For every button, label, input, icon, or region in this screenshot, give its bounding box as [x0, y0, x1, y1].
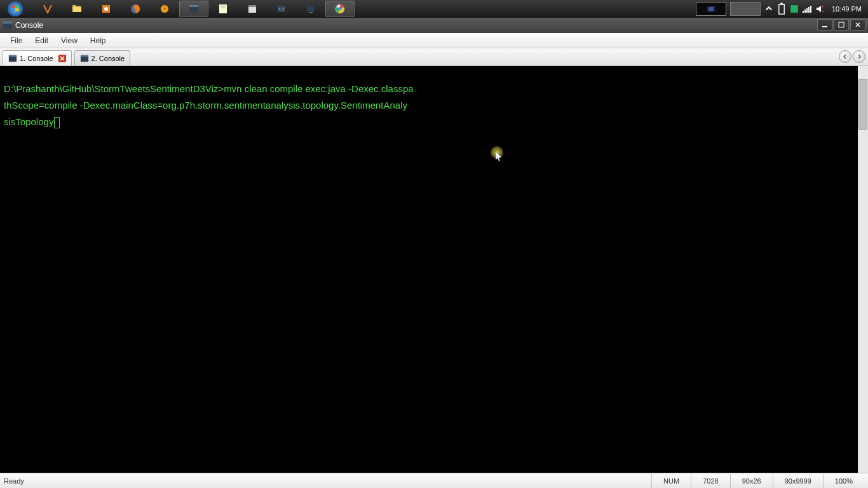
svg-rect-39	[80, 55, 88, 57]
svg-rect-14	[248, 5, 256, 7]
app-icon	[3, 20, 13, 30]
svg-point-16	[279, 8, 281, 10]
svg-rect-27	[803, 11, 804, 13]
taskbar-chrome-icon[interactable]	[325, 1, 355, 17]
svg-rect-31	[810, 6, 811, 13]
svg-rect-37	[9, 55, 17, 57]
start-button[interactable]	[0, 0, 31, 18]
terminal-area: D:\Prashanth\GitHub\StormTweetsSentiment…	[0, 66, 868, 473]
taskbar-explorer-icon[interactable]	[62, 1, 92, 17]
taskbar-app-icon[interactable]	[150, 1, 179, 17]
scrollbar-thumb[interactable]	[858, 79, 867, 130]
svg-rect-23	[709, 7, 714, 11]
window-title: Console	[15, 21, 43, 30]
menu-file[interactable]: File	[4, 35, 29, 46]
menu-edit[interactable]: Edit	[29, 35, 55, 46]
minimize-button[interactable]	[817, 19, 832, 30]
tab-label: 2. Console	[92, 55, 125, 62]
menu-help[interactable]: Help	[84, 35, 112, 46]
svg-rect-2	[72, 5, 76, 7]
svg-rect-33	[3, 22, 12, 24]
svg-rect-34	[822, 26, 827, 27]
taskbar-clock[interactable]: 10:49 PM	[828, 5, 865, 13]
svg-point-4	[104, 7, 108, 11]
vertical-scrollbar[interactable]	[858, 66, 868, 473]
tab-bar: 1. Console 2. Console	[0, 48, 868, 66]
svg-rect-18	[307, 6, 315, 11]
window-titlebar[interactable]: Console	[0, 18, 868, 33]
terminal-cursor	[54, 117, 60, 128]
svg-rect-1	[72, 6, 81, 12]
tab-label: 1. Console	[20, 55, 53, 62]
status-zoom: 100%	[823, 474, 864, 488]
terminal-line: sisTopology	[4, 116, 53, 127]
taskbar-app-icon[interactable]	[33, 1, 62, 17]
svg-rect-12	[220, 8, 226, 8]
menu-bar: File Edit View Help	[0, 33, 868, 48]
tab-console-1[interactable]: 1. Console	[3, 50, 72, 65]
svg-rect-28	[804, 10, 806, 13]
svg-rect-9	[189, 5, 198, 7]
tray-icon[interactable]	[790, 4, 799, 13]
taskbar-firefox-icon[interactable]	[121, 1, 150, 17]
terminal-line: D:\Prashanth\GitHub\StormTweetsSentiment…	[4, 83, 414, 94]
tab-nav-prev[interactable]	[839, 50, 851, 63]
taskbar-app-icon[interactable]	[238, 1, 267, 17]
svg-rect-24	[779, 4, 784, 14]
network-signal-icon[interactable]	[803, 4, 811, 13]
svg-rect-29	[806, 8, 808, 13]
taskbar-app-icon[interactable]	[92, 1, 121, 17]
status-bar: Ready NUM 7028 90x26 90x9999 100%	[0, 473, 868, 488]
battery-icon[interactable]	[777, 4, 786, 13]
svg-rect-26	[790, 5, 798, 13]
maximize-button[interactable]	[834, 19, 849, 30]
taskbar-thumbnail[interactable]	[696, 2, 726, 16]
svg-rect-30	[808, 7, 810, 13]
svg-point-17	[283, 8, 285, 10]
console-icon	[80, 54, 89, 63]
taskbar-console-icon[interactable]	[179, 1, 208, 17]
status-pid: 7028	[691, 474, 729, 488]
status-buffer: 90x9999	[773, 474, 823, 488]
taskbar-app-icon[interactable]	[267, 1, 296, 17]
svg-rect-11	[220, 6, 226, 6]
taskbar-app-icon[interactable]	[296, 1, 325, 17]
taskbar-thumbnail[interactable]	[730, 2, 761, 16]
close-button[interactable]	[850, 19, 865, 30]
tab-console-2[interactable]: 2. Console	[74, 50, 131, 65]
console-icon	[8, 54, 17, 63]
taskbar-app-icon[interactable]	[208, 1, 238, 17]
terminal-output[interactable]: D:\Prashanth\GitHub\StormTweetsSentiment…	[0, 66, 858, 473]
tab-nav-next[interactable]	[853, 50, 865, 63]
svg-rect-25	[780, 3, 783, 5]
tray-chevron-icon[interactable]	[764, 4, 773, 13]
volume-icon[interactable]	[815, 4, 824, 13]
mouse-cursor-icon	[496, 151, 503, 163]
tab-close-button[interactable]	[58, 55, 66, 62]
status-numlock: NUM	[651, 474, 691, 488]
windows-taskbar: 10:49 PM	[0, 0, 868, 18]
menu-view[interactable]: View	[55, 35, 84, 46]
terminal-line: thScope=compile -Dexec.mainClass=org.p7h…	[4, 100, 407, 111]
svg-rect-19	[309, 12, 313, 13]
svg-point-7	[163, 8, 166, 10]
svg-rect-35	[839, 22, 844, 27]
status-dimensions: 90x26	[730, 474, 773, 488]
status-ready: Ready	[4, 477, 651, 485]
